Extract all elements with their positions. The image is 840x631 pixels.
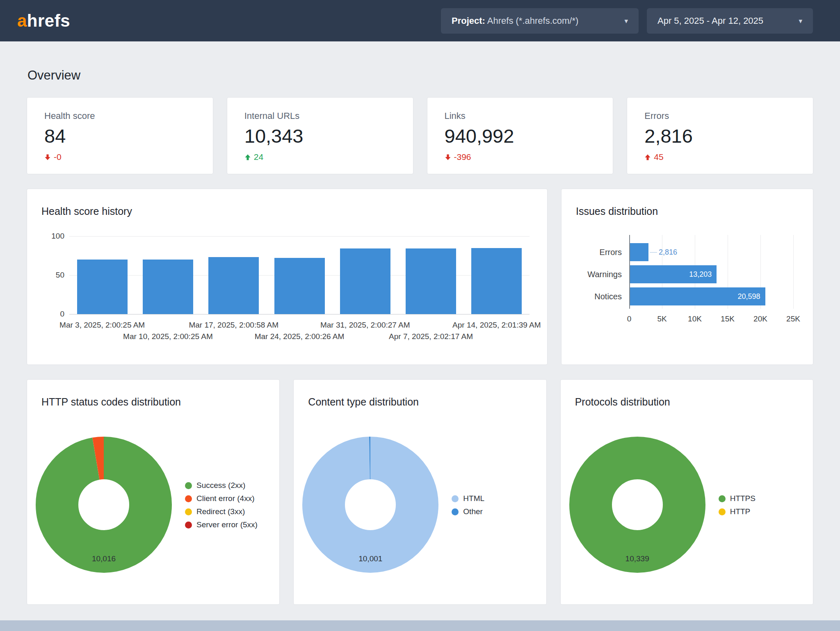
date-range-selector[interactable]: Apr 5, 2025 - Apr 12, 2025 ▾: [647, 8, 813, 34]
x-axis-label: 15K: [721, 314, 735, 323]
x-axis-label: Mar 10, 2025, 2:00:25 AM: [123, 332, 213, 341]
category-label: Warnings: [562, 269, 622, 279]
bar[interactable]: [274, 258, 325, 314]
ahrefs-logo[interactable]: ahrefs: [17, 11, 70, 31]
health-score-history-panel: Health score history 050100Mar 3, 2025, …: [27, 189, 548, 365]
issues-distribution-panel: Issues distribution 05K10K15K20K25KError…: [561, 189, 813, 365]
legend-swatch-icon: [185, 495, 192, 502]
bar[interactable]: [630, 243, 648, 261]
logo-rest: hrefs: [27, 11, 70, 30]
trend-down-icon: [445, 154, 451, 161]
gridline: [69, 314, 530, 314]
pie-data-label: 10,339: [625, 554, 649, 563]
legend-label: Client error (4xx): [196, 494, 254, 503]
bar-value-label: 2,816: [659, 248, 677, 257]
kpi-row: Health score 84 -0 Internal URLs 10,343 …: [27, 97, 813, 174]
legend-swatch-icon: [185, 482, 192, 489]
x-axis-label: Apr 14, 2025, 2:01:39 AM: [452, 321, 541, 330]
legend-item-redirect-3xx: Redirect (3xx): [185, 505, 258, 518]
legend-label: HTTP: [730, 507, 751, 516]
legend-swatch-icon: [452, 508, 459, 515]
x-axis-label: 10K: [688, 314, 702, 323]
project-label: Project:: [452, 16, 485, 26]
pie-slice-https[interactable]: [591, 458, 684, 551]
top-navbar: ahrefs Project: Ahrefs (*.ahrefs.com/*) …: [0, 0, 840, 41]
legend-item-html: HTML: [452, 492, 484, 505]
gridline: [793, 235, 794, 309]
bar[interactable]: [471, 248, 522, 314]
legend-item-other: Other: [452, 505, 484, 518]
kpi-label: Internal URLs: [244, 111, 396, 121]
health-score-history-chart: 050100Mar 3, 2025, 2:00:25 AMMar 10, 202…: [27, 189, 547, 364]
bar-value-label: 20,598: [630, 292, 760, 301]
kpi-value: 940,992: [445, 125, 596, 147]
bar[interactable]: [340, 248, 390, 314]
site-audit-dashboard: ahrefs Project: Ahrefs (*.ahrefs.com/*) …: [0, 0, 840, 631]
pie-data-label: 10,016: [92, 554, 116, 563]
kpi-change: 45: [644, 152, 796, 162]
category-label: Errors: [562, 247, 622, 257]
date-range-value: Apr 5, 2025 - Apr 12, 2025: [657, 16, 763, 26]
x-axis-label: 5K: [657, 314, 667, 323]
x-axis-label: 20K: [753, 314, 767, 323]
protocols-panel: Protocols distribution HTTPSHTTP 10,339: [560, 379, 813, 605]
category-label: Notices: [562, 292, 622, 301]
chart-legend: HTMLOther: [452, 492, 484, 518]
x-axis-label: Mar 3, 2025, 2:00:25 AM: [59, 321, 145, 330]
legend-item-client-error-4xx: Client error (4xx): [185, 492, 258, 505]
legend-label: HTTPS: [730, 494, 756, 503]
charts-row: Health score history 050100Mar 3, 2025, …: [27, 189, 813, 365]
y-axis-label: 50: [39, 270, 64, 280]
content-type-panel: Content type distribution HTMLOther 10,0…: [293, 379, 546, 605]
bar[interactable]: [77, 260, 128, 314]
chart-title: HTTP status codes distribution: [41, 396, 181, 408]
legend-label: Server error (5xx): [196, 520, 258, 529]
horizontal-scrollbar[interactable]: [0, 620, 840, 631]
http-status-codes-panel: HTTP status codes distribution Success (…: [27, 379, 280, 605]
issues-distribution-chart: 05K10K15K20K25KErrors2,816Warnings13,203…: [562, 189, 813, 364]
legend-label: Success (2xx): [196, 481, 245, 490]
trend-up-icon: [244, 154, 251, 161]
kpi-change-value: 45: [654, 152, 663, 162]
project-selector[interactable]: Project: Ahrefs (*.ahrefs.com/*) ▾: [441, 8, 639, 34]
x-axis-label: 0: [627, 314, 632, 323]
chevron-down-icon: ▾: [799, 17, 802, 25]
kpi-label: Links: [445, 111, 596, 121]
legend-swatch-icon: [719, 508, 726, 515]
legend-label: Other: [463, 507, 483, 516]
legend-label: HTML: [463, 494, 484, 503]
bar[interactable]: [406, 248, 456, 314]
x-axis-label: Apr 7, 2025, 2:02:17 AM: [389, 332, 473, 341]
kpi-card-internal-urls: Internal URLs 10,343 24: [227, 97, 413, 174]
bar-value-label: 13,203: [630, 270, 712, 279]
kpi-change-value: -396: [454, 152, 471, 162]
project-value: Ahrefs (*.ahrefs.com/*): [487, 16, 579, 26]
chart-legend: Success (2xx)Client error (4xx)Redirect …: [185, 479, 258, 531]
trend-down-icon: [44, 154, 51, 161]
bar[interactable]: [143, 260, 193, 314]
y-axis-label: 0: [39, 309, 64, 319]
kpi-change-value: -0: [54, 152, 62, 162]
pie-data-label: 10,001: [358, 554, 382, 563]
kpi-card-health-score: Health score 84 -0: [27, 97, 213, 174]
chart-title: Content type distribution: [308, 396, 419, 408]
label-leader-line: [650, 252, 657, 253]
kpi-value: 2,816: [644, 125, 796, 147]
legend-swatch-icon: [185, 522, 192, 528]
kpi-label: Health score: [44, 111, 196, 121]
bar[interactable]: [208, 257, 259, 314]
chevron-down-icon: ▾: [624, 17, 628, 25]
x-axis-label: 25K: [786, 314, 800, 323]
legend-item-http: HTTP: [719, 505, 756, 518]
legend-swatch-icon: [185, 508, 192, 515]
legend-item-success-2xx: Success (2xx): [185, 479, 258, 492]
kpi-card-errors: Errors 2,816 45: [627, 97, 813, 174]
chart-legend: HTTPSHTTP: [719, 492, 756, 518]
x-axis-label: Mar 31, 2025, 2:00:27 AM: [320, 321, 410, 330]
kpi-change: -396: [445, 152, 596, 162]
legend-swatch-icon: [452, 495, 459, 502]
kpi-change: -0: [44, 152, 196, 162]
legend-label: Redirect (3xx): [196, 507, 245, 516]
kpi-value: 84: [44, 125, 196, 147]
x-axis-label: Mar 24, 2025, 2:00:26 AM: [255, 332, 345, 341]
